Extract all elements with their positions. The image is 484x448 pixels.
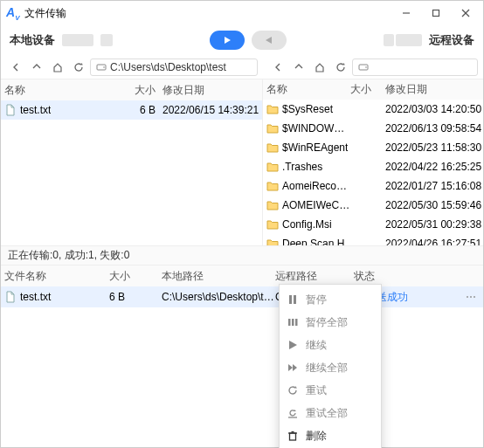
folder-row[interactable]: Deep Scan H2022/04/26 16:27:51 (263, 234, 483, 245)
remote-refresh-button[interactable] (331, 58, 350, 77)
svg-rect-15 (292, 319, 294, 326)
local-pane: 名称 大小 修改日期 test.txt6 B2022/06/15 14:39:2… (1, 79, 263, 245)
nav-row: C:\Users\ds\Desktop\test (1, 55, 483, 79)
local-back-button[interactable] (6, 58, 25, 77)
col-remote-path[interactable]: 远程路径 (275, 269, 354, 284)
close-button[interactable] (453, 3, 478, 23)
local-device-label: 本地设备 (10, 32, 55, 48)
queue-file-size: 6 B (109, 291, 162, 303)
folder-name: AOMEIWeChatRecovery (282, 199, 350, 211)
folder-row[interactable]: $SysReset2022/03/03 14:20:50 (263, 100, 483, 119)
trash-icon (287, 430, 299, 442)
queue-more-button[interactable]: ⋯ (462, 291, 480, 303)
maximize-button[interactable] (424, 3, 448, 23)
folder-name: $WinREAgent (282, 141, 348, 154)
svg-marker-19 (293, 364, 297, 371)
remote-home-button[interactable] (310, 58, 329, 77)
local-refresh-button[interactable] (69, 58, 88, 77)
col-size[interactable]: 大小 (350, 82, 385, 97)
local-columns: 名称 大小 修改日期 (1, 79, 262, 100)
retry-all-icon (287, 407, 299, 419)
folder-row[interactable]: Config.Msi2022/05/31 00:29:38 (263, 215, 483, 234)
file-date: 2022/06/13 09:58:54 (385, 122, 480, 134)
col-status[interactable]: 状态 (354, 269, 462, 284)
file-date: 2022/04/22 16:25:25 (385, 161, 480, 173)
file-date: 2022/04/26 16:27:51 (385, 238, 480, 245)
context-menu: 暂停暂停全部继续继续全部重试重试全部删除删除全部删除完成任务 (279, 284, 382, 448)
folder-name: AomeiRecovery (282, 180, 350, 192)
col-size[interactable]: 大小 (119, 83, 162, 98)
svg-rect-1 (433, 10, 439, 17)
svg-point-8 (103, 66, 105, 68)
minimize-button[interactable] (394, 3, 418, 23)
col-size[interactable]: 大小 (109, 269, 162, 284)
local-path-text: C:\Users\ds\Desktop\test (110, 61, 226, 73)
svg-marker-18 (288, 364, 293, 371)
menu-item-label: 重试 (306, 383, 327, 398)
local-device-info-placeholder (62, 34, 93, 46)
remote-path-input[interactable] (352, 59, 478, 76)
menu-item-label: 继续全部 (306, 361, 348, 376)
local-home-button[interactable] (48, 58, 67, 77)
folder-row[interactable]: $WINDOWS.~DT2022/06/13 09:58:54 (263, 119, 483, 138)
status-bar: 正在传输:0, 成功:1, 失败:0 (1, 245, 483, 265)
menu-item-trash[interactable]: 删除 (280, 424, 381, 447)
window-title: 文件传输 (24, 6, 66, 21)
menu-item-label: 删除 (306, 429, 327, 444)
local-device-info-placeholder-2 (100, 34, 113, 46)
remote-back-button[interactable] (268, 58, 287, 77)
file-date: 2022/01/27 15:16:08 (385, 180, 480, 192)
local-file-list[interactable]: test.txt6 B2022/06/15 14:39:21 (1, 100, 262, 120)
svg-rect-16 (295, 319, 298, 326)
col-name[interactable]: 名称 (266, 82, 350, 97)
svg-rect-13 (294, 295, 296, 304)
send-button[interactable] (210, 31, 245, 50)
col-name[interactable]: 名称 (4, 83, 119, 98)
menu-item-label: 暂停 (306, 293, 327, 307)
status-text: 正在传输:0, 成功:1, 失败:0 (8, 248, 129, 263)
col-filename[interactable]: 文件名称 (4, 269, 109, 284)
menu-item-label: 继续 (306, 338, 327, 353)
menu-item-play-all: 继续全部 (280, 356, 381, 379)
receive-button[interactable] (252, 31, 287, 50)
pause-icon (287, 293, 299, 306)
app-icon: AV (6, 5, 19, 22)
queue-row[interactable]: test.txt6 BC:\Users\ds\Desktop\test\C:\➔… (1, 286, 483, 307)
file-date: 2022/05/30 15:59:46 (385, 199, 480, 211)
file-date: 2022/05/31 00:29:38 (385, 218, 480, 231)
menu-item-pause: 暂停 (280, 288, 381, 311)
file-date: 2022/05/23 11:58:30 (385, 141, 480, 154)
col-local-path[interactable]: 本地路径 (162, 269, 275, 284)
remote-device-label: 远程设备 (429, 32, 474, 48)
remote-pane: 名称 大小 修改日期 $SysReset2022/03/03 14:20:50$… (263, 79, 483, 245)
local-path-input[interactable]: C:\Users\ds\Desktop\test (90, 59, 258, 76)
disk-icon (96, 62, 107, 72)
folder-row[interactable]: $WinREAgent2022/05/23 11:58:30 (263, 138, 483, 157)
menu-item-label: 重试全部 (306, 406, 348, 421)
menu-item-retry-all: 重试全部 (280, 402, 381, 424)
svg-rect-12 (289, 295, 292, 304)
folder-row[interactable]: AOMEIWeChatRecovery2022/05/30 15:59:46 (263, 196, 483, 215)
folder-row[interactable]: .Trashes2022/04/22 16:25:25 (263, 157, 483, 176)
svg-point-11 (365, 66, 367, 68)
file-panes: 名称 大小 修改日期 test.txt6 B2022/06/15 14:39:2… (1, 79, 483, 245)
local-up-button[interactable] (27, 58, 46, 77)
remote-file-list[interactable]: $SysReset2022/03/03 14:20:50$WINDOWS.~DT… (263, 100, 483, 245)
col-date[interactable]: 修改日期 (162, 83, 259, 98)
file-date: 2022/03/03 14:20:50 (385, 103, 480, 115)
svg-marker-4 (225, 37, 231, 44)
remote-up-button[interactable] (289, 58, 308, 77)
remote-columns: 名称 大小 修改日期 (263, 79, 483, 100)
folder-row[interactable]: AomeiRecovery2022/01/27 15:16:08 (263, 176, 483, 196)
file-date: 2022/06/15 14:39:21 (162, 104, 259, 116)
file-size: 6 B (119, 104, 162, 116)
folder-name: $SysReset (282, 103, 333, 115)
retry-icon (287, 384, 299, 396)
device-header: 本地设备 远程设备 (1, 25, 483, 55)
transfer-queue: 文件名称 大小 本地路径 远程路径 状态 test.txt6 BC:\Users… (1, 265, 483, 447)
menu-item-label: 暂停全部 (306, 315, 348, 330)
file-row[interactable]: test.txt6 B2022/06/15 14:39:21 (1, 100, 262, 120)
folder-name: .Trashes (282, 161, 322, 173)
col-date[interactable]: 修改日期 (385, 82, 480, 97)
file-name: test.txt (20, 104, 51, 116)
